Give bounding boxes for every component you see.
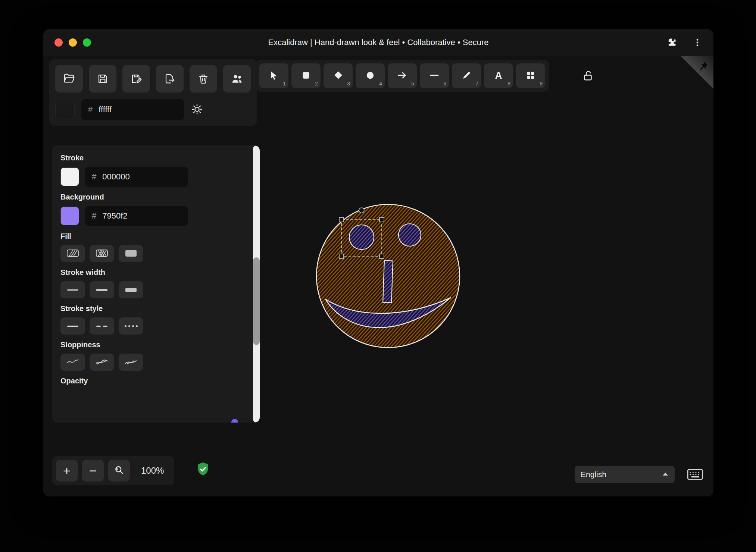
encryption-shield-icon[interactable] xyxy=(196,461,210,479)
kebab-menu-icon[interactable] xyxy=(693,38,702,47)
tool-arrow[interactable]: 5 xyxy=(388,63,417,88)
panel-scrollbar-thumb[interactable] xyxy=(253,257,260,345)
architect-squiggle-icon xyxy=(66,357,79,367)
fill-hachure-button[interactable] xyxy=(60,245,85,262)
zoom-in-button[interactable]: + xyxy=(56,460,78,482)
window-title: Excalidraw | Hand-drawn look & feel • Co… xyxy=(43,38,713,47)
canvas-area[interactable]: # 1 2 xyxy=(43,56,713,496)
solid-fill-icon xyxy=(125,249,137,259)
sloppiness-artist-button[interactable] xyxy=(90,354,114,371)
tool-shapes[interactable]: 9 xyxy=(516,63,545,88)
stroke-color-swatch[interactable] xyxy=(60,167,79,186)
stroke-width-thin-button[interactable] xyxy=(60,281,85,298)
close-window-button[interactable] xyxy=(54,38,63,47)
thin-line-icon xyxy=(67,289,78,291)
save-as-button[interactable] xyxy=(122,65,150,92)
opacity-label: Opacity xyxy=(60,377,243,385)
tool-rectangle[interactable]: 2 xyxy=(291,63,321,88)
language-select[interactable]: English xyxy=(575,466,675,483)
save-as-icon xyxy=(131,73,142,84)
background-color-input[interactable] xyxy=(102,211,166,221)
artist-squiggle-icon xyxy=(96,357,108,367)
tool-ellipse[interactable]: 4 xyxy=(356,63,385,88)
background-label: Background xyxy=(60,193,243,201)
zoom-reset-button[interactable] xyxy=(108,460,130,482)
hachure-icon xyxy=(66,249,79,259)
dashed-line-icon xyxy=(96,326,107,327)
tool-line[interactable]: 6 xyxy=(420,63,449,88)
stroke-style-solid-button[interactable] xyxy=(60,317,85,335)
background-hex: # xyxy=(85,206,188,226)
window-controls xyxy=(54,38,91,47)
pin-icon xyxy=(696,60,709,73)
background-color-swatch[interactable] xyxy=(60,207,79,225)
export-file-icon xyxy=(164,73,175,84)
zoom-controls: + − 100% xyxy=(52,456,174,485)
cursor-icon xyxy=(269,70,279,81)
tool-text[interactable]: A 8 xyxy=(484,63,513,88)
crosshatch-icon xyxy=(96,249,108,259)
extrabold-line-icon xyxy=(125,288,137,292)
fill-crosshatch-button[interactable] xyxy=(90,245,114,262)
export-button[interactable] xyxy=(156,65,184,92)
lock-tool-button[interactable] xyxy=(578,66,599,87)
zoom-window-button[interactable] xyxy=(83,38,91,47)
sloppiness-cartoonist-button[interactable] xyxy=(119,354,143,371)
bold-line-icon xyxy=(96,289,107,291)
fill-solid-button[interactable] xyxy=(119,245,143,262)
fill-label: Fill xyxy=(60,232,243,241)
titlebar: Excalidraw | Hand-drawn look & feel • Co… xyxy=(43,29,713,56)
minimize-window-button[interactable] xyxy=(69,38,77,47)
canvas-background-swatch[interactable] xyxy=(55,100,75,119)
theme-toggle-button[interactable] xyxy=(191,103,203,116)
arrow-icon xyxy=(397,70,407,82)
collaborators-button[interactable] xyxy=(223,65,251,92)
tool-diamond[interactable]: 3 xyxy=(324,63,353,88)
canvas-background-hex: # xyxy=(81,99,184,120)
rotation-handle[interactable] xyxy=(359,208,364,213)
app-window: Excalidraw | Hand-drawn look & feel • Co… xyxy=(43,29,713,496)
opacity-slider-thumb[interactable] xyxy=(231,419,238,423)
stroke-color-input[interactable] xyxy=(102,172,166,182)
tool-draw[interactable]: 7 xyxy=(452,63,481,88)
sloppiness-label: Sloppiness xyxy=(60,341,243,349)
panel-scrollbar-track[interactable] xyxy=(253,145,260,423)
diamond-icon xyxy=(333,70,343,81)
open-button[interactable] xyxy=(55,65,83,92)
unlock-icon xyxy=(582,69,594,83)
cartoonist-squiggle-icon xyxy=(125,357,137,367)
dotted-line-icon xyxy=(125,325,138,327)
tool-toolbar: 1 2 3 4 xyxy=(256,60,549,92)
open-folder-icon xyxy=(63,73,75,85)
trash-icon xyxy=(198,73,209,84)
canvas-background-input[interactable] xyxy=(99,105,162,115)
save-icon xyxy=(97,73,108,84)
keyboard-shortcuts-icon[interactable] xyxy=(687,468,704,482)
hash-prefix: # xyxy=(88,105,93,115)
shapes-grid-icon xyxy=(526,70,535,81)
stroke-width-label: Stroke width xyxy=(60,268,243,277)
ellipse-icon xyxy=(365,70,375,81)
sun-icon xyxy=(191,103,203,116)
collaborators-icon xyxy=(231,73,243,85)
properties-panel: Stroke # Background # Fill xyxy=(52,145,260,423)
zoom-reset-icon xyxy=(114,464,124,477)
save-button[interactable] xyxy=(89,65,116,92)
zoom-level[interactable]: 100% xyxy=(134,465,171,476)
stroke-style-dotted-button[interactable] xyxy=(119,317,143,335)
stroke-hex: # xyxy=(85,167,188,187)
zoom-out-button[interactable]: − xyxy=(82,460,104,482)
caret-up-icon xyxy=(662,471,669,478)
stroke-style-dashed-button[interactable] xyxy=(90,317,114,335)
extensions-puzzle-icon[interactable] xyxy=(666,37,677,48)
sloppiness-architect-button[interactable] xyxy=(60,354,85,371)
stroke-label: Stroke xyxy=(60,154,243,162)
pencil-icon xyxy=(462,70,471,81)
stroke-width-extrabold-button[interactable] xyxy=(119,281,143,298)
stroke-style-label: Stroke style xyxy=(60,304,243,313)
stroke-width-bold-button[interactable] xyxy=(90,281,114,298)
solid-line-icon xyxy=(67,326,78,327)
delete-button[interactable] xyxy=(190,65,217,92)
smiley-face[interactable] xyxy=(316,204,460,348)
tool-selection[interactable]: 1 xyxy=(259,63,288,88)
